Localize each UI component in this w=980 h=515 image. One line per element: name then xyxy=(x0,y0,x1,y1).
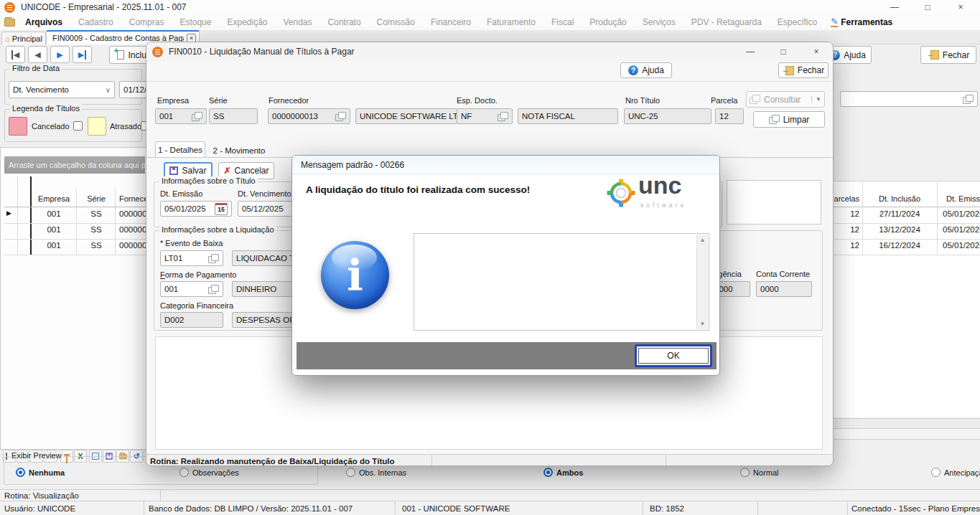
search-input[interactable] xyxy=(840,91,978,107)
nav-prev-button[interactable]: ◀ xyxy=(28,46,47,63)
filtro-data-select[interactable]: Dt. Vencimento ∨ xyxy=(9,81,115,98)
esp-docto-codigo-field[interactable]: NF xyxy=(457,108,513,124)
grid-cell[interactable]: 05/01/2025 xyxy=(943,241,980,250)
radio-obs-internas[interactable] xyxy=(346,468,355,477)
radio-obs-internas-label[interactable]: Obs. Internas xyxy=(359,468,406,477)
radio-antecipacao-label[interactable]: Antecipação xyxy=(944,468,980,477)
lookup-icon[interactable] xyxy=(335,112,346,121)
menu-producao[interactable]: Produção xyxy=(582,17,634,27)
radio-normal-label[interactable]: Normal xyxy=(753,468,778,477)
menu-cadastro[interactable]: Cadastro xyxy=(70,17,121,27)
menu-fiscal[interactable]: Fiscal xyxy=(543,17,582,27)
forma-pagamento-codigo-input[interactable]: 001 xyxy=(160,281,223,297)
dialog-detail-textarea[interactable]: ▲ ▼ xyxy=(414,233,709,331)
menu-estoque[interactable]: Estoque xyxy=(172,17,219,27)
dt-emissao-input[interactable]: 05/01/2025 15 xyxy=(160,201,232,217)
lookup-icon[interactable] xyxy=(498,112,508,121)
consultar-button[interactable]: Consultar ▼ xyxy=(746,91,825,108)
left-grid-col-empresa[interactable]: Empresa xyxy=(32,194,76,203)
radio-normal[interactable] xyxy=(740,468,750,477)
scroll-up-icon[interactable]: ▲ xyxy=(697,237,708,243)
nro-titulo-field[interactable]: UNC-25 xyxy=(624,108,711,124)
menu-vendas[interactable]: Vendas xyxy=(276,17,320,27)
right-grid-col-inclusao[interactable]: Dt. Inclusão xyxy=(864,194,935,203)
menu-pdv-retaguarda[interactable]: PDV - Retaguarda xyxy=(683,17,770,27)
fin0010-titlebar[interactable]: FIN0010 - Liquidação Manual de Títulos à… xyxy=(146,42,834,61)
conta-corrente-field[interactable]: 0000 xyxy=(756,281,812,297)
conta-corrente-label: Conta Corrente xyxy=(756,270,810,278)
menu-comissao[interactable]: Comissão xyxy=(369,17,423,27)
lookup-icon[interactable] xyxy=(192,112,202,121)
search-lookup-icon[interactable] xyxy=(963,95,974,104)
right-grid-col-emissao[interactable]: Dt. Emissão xyxy=(946,194,980,203)
fin0010-close-icon[interactable]: × xyxy=(803,47,830,57)
limpar-button[interactable]: Limpar xyxy=(753,111,825,128)
categoria-codigo-field[interactable]: D002 xyxy=(160,312,223,328)
menu-servicos[interactable]: Serviços xyxy=(635,17,683,27)
consultar-dropdown-icon[interactable]: ▼ xyxy=(811,96,821,103)
grid-cell[interactable]: 001 xyxy=(32,209,76,218)
fornecedor-codigo-field[interactable]: 0000000013 xyxy=(268,108,350,124)
parcela-field[interactable]: 12 xyxy=(715,108,744,124)
radio-ambos-label[interactable]: Ambos xyxy=(556,468,583,477)
nav-next-button[interactable]: ▶ xyxy=(50,46,70,63)
menu-compras[interactable]: Compras xyxy=(121,17,172,27)
radio-nenhuma-label[interactable]: Nenhuma xyxy=(29,468,65,477)
lookup-icon[interactable] xyxy=(208,285,219,294)
radio-observacoes-label[interactable]: Observações xyxy=(192,468,239,477)
grid-cell[interactable]: SS xyxy=(78,209,115,218)
radio-nenhuma[interactable] xyxy=(16,468,25,477)
menu-ferramentas[interactable]: Ferramentas xyxy=(838,17,900,27)
grid-cell[interactable]: 001 xyxy=(32,241,76,250)
nav-first-button[interactable]: ◀ xyxy=(6,46,25,63)
categoria-financeira-label: Categoria Financeira xyxy=(160,301,233,310)
grid-cell[interactable]: 0000000013 xyxy=(119,225,149,234)
radio-antecipacao[interactable] xyxy=(931,468,941,477)
titulo-obs-textarea[interactable] xyxy=(727,180,821,225)
menu-contrato[interactable]: Contrato xyxy=(320,17,369,27)
menu-arquivos[interactable]: Arquivos xyxy=(17,17,70,27)
left-grid-col-serie[interactable]: Série xyxy=(78,194,115,203)
menu-faturamento[interactable]: Faturamento xyxy=(479,17,543,27)
evento-baixa-codigo-input[interactable]: LT01 xyxy=(160,250,223,266)
menu-financeiro[interactable]: Financeiro xyxy=(423,17,479,27)
tab-detalhes[interactable]: 1 - Detalhes xyxy=(155,141,205,158)
tab-principal[interactable]: ⌂ Principal xyxy=(1,32,46,44)
empresa-field[interactable]: 001 xyxy=(155,108,207,124)
main-fechar-button[interactable]: Fechar xyxy=(920,46,976,64)
grid-cell[interactable]: SS xyxy=(78,241,115,250)
scroll-down-icon[interactable]: ▼ xyxy=(697,321,708,327)
menu-especifico[interactable]: Específico xyxy=(770,17,825,27)
minimize-icon[interactable]: — xyxy=(881,2,908,12)
grid-cell[interactable]: 0000000013 xyxy=(119,241,149,250)
grid-cell[interactable]: 0000000013 xyxy=(119,209,149,218)
ok-button[interactable]: OK xyxy=(638,348,709,364)
close-icon[interactable]: × xyxy=(947,2,974,12)
fornecedor-nome-field: UNICODE SOFTWARE LTDA xyxy=(355,108,457,124)
grid-cell[interactable]: 13/12/2024 xyxy=(864,225,935,234)
tab-movimento[interactable]: 2 - Movimento xyxy=(207,143,271,158)
fin0010-minimize-icon[interactable]: — xyxy=(737,47,764,57)
serie-field[interactable]: SS xyxy=(209,108,258,124)
fin0010-maximize-icon[interactable]: □ xyxy=(770,47,797,57)
fin0010-ajuda-button[interactable]: ? Ajuda xyxy=(620,62,672,78)
grid-cell[interactable]: 16/12/2024 xyxy=(864,241,935,250)
lookup-icon[interactable] xyxy=(208,254,219,263)
chevron-down-icon[interactable]: ∨ xyxy=(106,86,111,94)
left-grid-col-fornecedor[interactable]: Fornecedor xyxy=(119,194,149,203)
radio-observacoes[interactable] xyxy=(179,468,189,477)
grid-cell[interactable]: 27/11/2024 xyxy=(864,209,935,218)
grid-cell[interactable]: 001 xyxy=(32,225,76,234)
dialog-scrollbar[interactable]: ▲ ▼ xyxy=(696,235,708,329)
grid-cell[interactable]: SS xyxy=(78,225,115,234)
fin0010-fechar-button[interactable]: Fechar xyxy=(778,62,829,78)
grid-cell[interactable]: 05/01/2025 xyxy=(943,225,980,234)
calendar-icon[interactable]: 15 xyxy=(215,203,228,215)
legend-cancelado-checkbox[interactable] xyxy=(73,121,83,131)
maximize-icon[interactable]: □ xyxy=(914,2,941,12)
nav-last-button[interactable]: ▶ xyxy=(73,46,92,63)
grid-cell[interactable]: 05/01/2025 xyxy=(943,209,980,218)
left-grid-groupband: Arraste um cabeçalho da coluna aqui p xyxy=(4,156,145,174)
radio-ambos[interactable] xyxy=(543,468,553,477)
menu-expedicao[interactable]: Expedição xyxy=(219,17,275,27)
